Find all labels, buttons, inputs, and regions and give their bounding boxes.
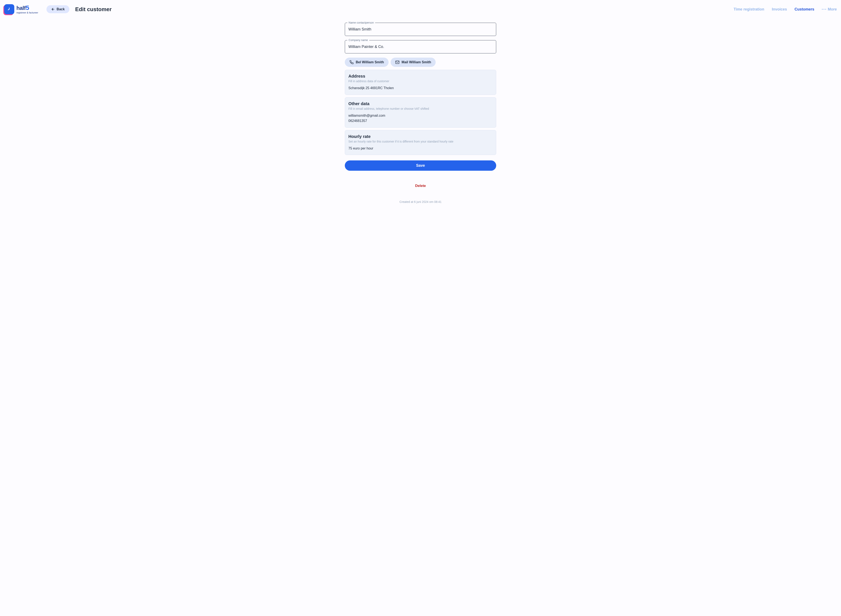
mail-label: Mail William Smith [402, 60, 431, 64]
nav-invoices[interactable]: Invoices [772, 7, 787, 12]
address-card[interactable]: Address Fill in address data of customer… [345, 70, 496, 95]
save-button[interactable]: Save [345, 160, 496, 171]
contact-name-group: Name contactperson [345, 23, 496, 36]
svg-rect-3 [396, 61, 399, 63]
back-button[interactable]: Back [47, 5, 69, 13]
mail-icon [395, 60, 399, 65]
address-title: Address [348, 74, 493, 79]
logo-text: half5 registreer & factureer [16, 4, 38, 14]
delete-button[interactable]: Delete [345, 184, 496, 188]
hourly-rate-title: Hourly rate [348, 134, 493, 139]
company-name-input[interactable] [345, 40, 496, 53]
call-label: Bel William Smith [356, 60, 384, 64]
created-timestamp: Created at 6 juni 2024 om 08:41 [345, 200, 496, 204]
back-label: Back [57, 7, 65, 11]
hourly-rate-card[interactable]: Hourly rate Set an hourly rate for this … [345, 130, 496, 155]
hourly-rate-subtitle: Set an hourly rate for this customer if … [348, 140, 493, 143]
mail-button[interactable]: Mail William Smith [390, 57, 436, 67]
nav-more-label: More [828, 7, 837, 12]
logo-title-part2: 5 [26, 4, 29, 11]
company-name-label: Company name [347, 38, 369, 42]
nav-time-registration[interactable]: Time registration [734, 7, 764, 12]
logo[interactable]: half5 registreer & factureer [4, 4, 38, 14]
svg-point-2 [825, 9, 826, 10]
hourly-rate-value: 75 euro per hour [348, 146, 493, 151]
nav-more[interactable]: More [822, 7, 837, 12]
nav-customers[interactable]: Customers [794, 7, 814, 12]
other-data-card[interactable]: Other data Fill in email address, teleph… [345, 97, 496, 128]
clock-icon [6, 6, 12, 12]
contact-name-label: Name contactperson [347, 21, 375, 24]
page-title: Edit customer [75, 6, 112, 13]
contact-name-input[interactable] [345, 23, 496, 36]
svg-point-0 [822, 9, 823, 10]
main-nav: Time registration Invoices Customers Mor… [734, 7, 837, 12]
call-button[interactable]: Bel William Smith [345, 57, 389, 67]
other-data-email: williamsmith@gmail.com [348, 113, 493, 118]
address-value: Schansdijk 25 4691RC Tholen [348, 85, 493, 91]
arrow-left-icon [51, 7, 55, 11]
logo-title-part1: half [16, 5, 26, 11]
other-data-phone: 0624681357 [348, 118, 493, 124]
content: Name contactperson Company name Bel Will… [341, 23, 500, 216]
logo-icon [4, 4, 14, 14]
logo-subtitle: registreer & factureer [16, 11, 38, 14]
other-data-title: Other data [348, 101, 493, 106]
address-subtitle: Fill in address data of customer [348, 79, 493, 83]
other-data-subtitle: Fill in email address, telephone number … [348, 107, 493, 110]
more-dots-icon [822, 9, 826, 10]
svg-point-1 [823, 9, 824, 10]
phone-icon [349, 60, 354, 65]
header: half5 registreer & factureer Back Edit c… [0, 0, 841, 19]
action-buttons-row: Bel William Smith Mail William Smith [345, 57, 496, 67]
company-name-group: Company name [345, 40, 496, 53]
